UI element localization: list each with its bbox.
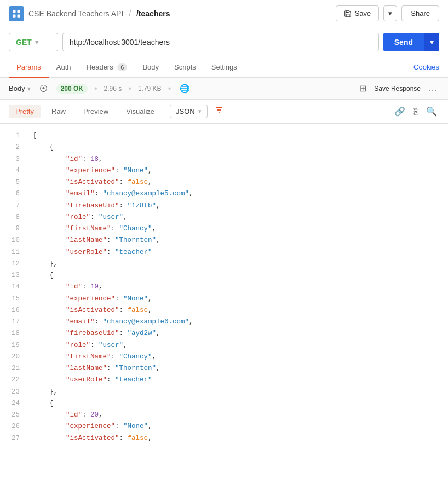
view-pretty-button[interactable]: Pretty [9,105,41,118]
tabs-list: Params Auth Headers 6 Body Scripts Setti… [9,57,245,77]
line-number: 27 [7,433,20,444]
line-number: 6 [7,188,20,200]
code-line: "firstName": "Chancy", [33,223,439,235]
method-selector[interactable]: GET ▾ [9,33,58,51]
code-line: "role": "user", [33,340,439,351]
svg-rect-3 [18,14,20,17]
response-table-icon[interactable]: ⊞ [357,82,369,95]
line-number: 23 [7,386,20,398]
code-line: "lastName": "Thornton", [33,235,439,246]
tab-headers[interactable]: Headers 6 [79,57,135,78]
status-badge: 200 OK [56,84,88,94]
url-bar: GET ▾ Send ▾ [0,27,448,57]
format-bar: Pretty Raw Preview Visualize JSON ▾ 🔗 ⎘ … [0,100,448,124]
code-line: "email": "chancy@example5.com", [33,188,439,200]
line-number: 24 [7,398,20,409]
line-number: 7 [7,200,20,212]
code-line: "role": "user", [33,212,439,223]
response-size: 1.79 KB [138,85,162,92]
svg-rect-0 [13,10,15,13]
format-selector[interactable]: JSON ▾ [170,105,208,118]
code-line: "experience": "None", [33,421,439,432]
response-bar: Body ▾ ⦿ 200 OK • 2.96 s • 1.79 KB • 🌐 ⊞… [0,78,448,100]
search-button[interactable]: 🔍 [424,105,439,118]
url-input[interactable] [62,33,379,51]
code-line: "email": "chancy@example6.com", [33,316,439,328]
code-line: { [33,398,439,409]
code-area: 1234567891011121314151617181920212223242… [0,124,448,480]
line-number: 9 [7,223,20,235]
code-line: "firebaseUid": "1z8tb", [33,200,439,212]
copy-button[interactable]: ⎘ [411,106,421,118]
code-line: "lastName": "Thornton", [33,363,439,374]
line-number: 21 [7,363,20,374]
code-line: "isActivated": false, [33,305,439,316]
code-line: "id": 19, [33,281,439,293]
line-number: 14 [7,281,20,293]
code-line: "userRole": "teacher" [33,247,439,258]
view-raw-button[interactable]: Raw [45,105,72,118]
code-line: [ [33,130,439,142]
line-number: 3 [7,154,20,165]
tab-auth[interactable]: Auth [49,57,79,78]
more-options-button[interactable]: … [426,83,439,95]
save-dropdown-button[interactable]: ▾ [383,5,397,21]
response-time: 2.96 s [104,85,122,92]
line-number: 26 [7,421,20,432]
line-number: 25 [7,409,20,421]
line-number: 11 [7,247,20,258]
code-line: "userRole": "teacher" [33,374,439,386]
top-bar-actions: Save ▾ Share [336,5,439,21]
breadcrumb-section: CSE Backend Teachers API / /teachers [9,6,170,21]
body-selector[interactable]: Body ▾ [9,84,31,92]
share-button[interactable]: Share [401,5,439,21]
filter-button[interactable] [212,104,226,119]
code-line: "id": 18, [33,154,439,165]
line-number: 10 [7,235,20,246]
code-line: "firebaseUid": "ayd2w", [33,328,439,339]
code-line: "experience": "None", [33,293,439,305]
tab-body[interactable]: Body [135,57,166,78]
code-line: { [33,270,439,281]
send-dropdown-button[interactable]: ▾ [424,33,439,51]
code-line: "experience": "None", [33,165,439,177]
view-visualize-button[interactable]: Visualize [119,105,161,118]
line-number: 13 [7,270,20,281]
code-line: "isActivated": false, [33,177,439,188]
cookies-link[interactable]: Cookies [413,63,439,71]
line-number: 1 [7,130,20,142]
view-preview-button[interactable]: Preview [77,105,115,118]
globe-icon-button[interactable]: 🌐 [177,83,192,95]
svg-rect-2 [13,14,15,17]
tab-scripts[interactable]: Scripts [166,57,204,78]
link-icon-button[interactable]: 🔗 [392,105,407,118]
line-number: 4 [7,165,20,177]
code-content: [ { "id": 18, "experience": "None", "isA… [24,124,448,480]
save-response-button[interactable]: Save Response [374,85,421,92]
breadcrumb: CSE Backend Teachers API / /teachers [28,9,170,18]
response-actions: ⊞ Save Response … [357,82,439,95]
line-number: 17 [7,316,20,328]
line-number: 16 [7,305,20,316]
app-icon [9,6,24,21]
svg-rect-1 [18,10,20,13]
code-line: }, [33,386,439,398]
code-line: { [33,142,439,153]
line-number: 20 [7,351,20,363]
line-number: 22 [7,374,20,386]
send-button-group: Send ▾ [383,33,439,51]
send-button[interactable]: Send [383,33,424,51]
line-number: 12 [7,258,20,270]
code-line: "id": 20, [33,409,439,421]
code-line: "firstName": "Chancy", [33,351,439,363]
line-number: 18 [7,328,20,339]
save-button[interactable]: Save [336,5,380,21]
format-actions: 🔗 ⎘ 🔍 [392,105,439,118]
history-button[interactable]: ⦿ [37,83,50,94]
tab-settings[interactable]: Settings [204,57,245,78]
request-tabs: Params Auth Headers 6 Body Scripts Setti… [0,57,448,78]
code-line: "isActivated": false, [33,433,439,444]
tab-params[interactable]: Params [9,57,49,78]
line-numbers: 1234567891011121314151617181920212223242… [0,124,24,480]
line-number: 19 [7,340,20,351]
